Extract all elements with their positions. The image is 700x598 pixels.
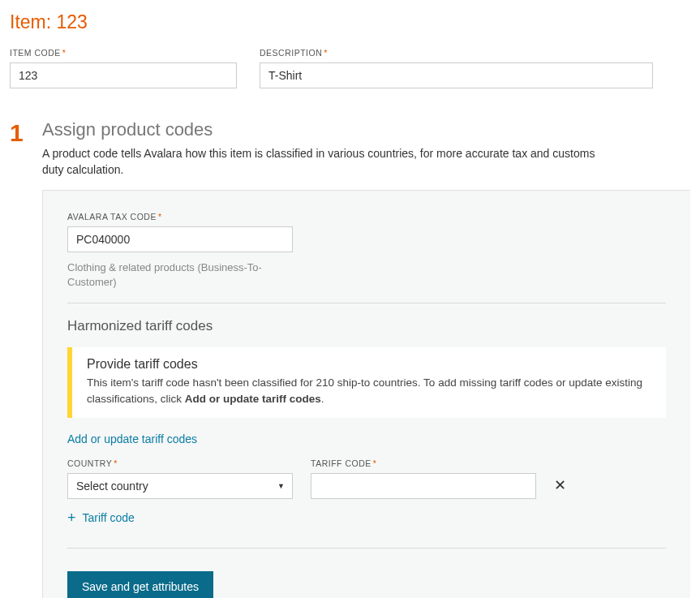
add-update-tariff-link[interactable]: Add or update tariff codes	[67, 432, 197, 445]
tariff-row: COUNTRY* Select country ▼ TARI	[67, 458, 666, 499]
product-codes-panel: AVALARA TAX CODE* Clothing & related pro…	[42, 190, 690, 598]
avalara-tax-code-label: AVALARA TAX CODE*	[67, 212, 293, 222]
required-asterisk: *	[62, 48, 67, 58]
step-1-row: 1 Assign product codes A product code te…	[10, 119, 690, 598]
step-body: Assign product codes A product code tell…	[42, 119, 690, 598]
item-code-field-wrapper: ITEM CODE*	[10, 48, 237, 88]
required-asterisk: *	[158, 212, 162, 222]
country-label: COUNTRY*	[67, 458, 293, 468]
page-title: Item: 123	[10, 11, 690, 33]
add-tariff-row-label: Tariff code	[83, 511, 135, 524]
alert-body-prefix: This item's tariff code hasn't been clas…	[87, 376, 642, 405]
country-field: COUNTRY* Select country ▼	[67, 458, 293, 499]
required-asterisk: *	[114, 458, 118, 468]
country-select-wrap: Select country ▼	[67, 473, 293, 499]
alert-body-strong: Add or update tariff codes	[185, 393, 321, 405]
plus-icon: +	[67, 510, 76, 525]
save-button[interactable]: Save and get attributes	[67, 571, 213, 598]
section-divider	[67, 548, 666, 549]
avalara-tax-code-field: AVALARA TAX CODE*	[67, 212, 293, 252]
step-number: 1	[10, 119, 42, 145]
country-select[interactable]: Select country	[67, 473, 293, 499]
harmonized-heading: Harmonized tariff codes	[67, 318, 666, 334]
item-code-label: ITEM CODE*	[10, 48, 237, 58]
item-code-input[interactable]	[10, 62, 237, 88]
description-label-text: DESCRIPTION	[260, 48, 322, 58]
step-heading: Assign product codes	[42, 119, 690, 140]
description-input[interactable]	[260, 62, 653, 88]
tariff-code-field: TARIFF CODE*	[311, 458, 536, 499]
tariff-code-label: TARIFF CODE*	[311, 458, 536, 468]
required-asterisk: *	[373, 458, 377, 468]
tariff-alert-title: Provide tariff codes	[87, 357, 651, 372]
item-code-label-text: ITEM CODE	[10, 48, 61, 58]
section-divider	[67, 303, 666, 303]
tariff-alert-body: This item's tariff code hasn't been clas…	[87, 375, 651, 407]
top-fields-row: ITEM CODE* DESCRIPTION*	[10, 48, 690, 88]
avalara-tax-code-input[interactable]	[67, 226, 293, 252]
tariff-code-label-text: TARIFF CODE	[311, 458, 371, 468]
avalara-tax-code-description: Clothing & related products (Business-To…	[67, 260, 262, 290]
avalara-tax-code-label-text: AVALARA TAX CODE	[67, 212, 157, 222]
country-label-text: COUNTRY	[67, 458, 112, 468]
description-label: DESCRIPTION*	[260, 48, 653, 58]
remove-row-icon[interactable]: ✕	[554, 476, 566, 499]
tariff-code-input[interactable]	[311, 473, 536, 499]
step-description: A product code tells Avalara how this it…	[42, 145, 610, 179]
alert-body-suffix: .	[321, 393, 324, 405]
required-asterisk: *	[324, 48, 328, 58]
description-field-wrapper: DESCRIPTION*	[260, 48, 653, 88]
tariff-alert: Provide tariff codes This item's tariff …	[67, 347, 666, 418]
add-tariff-row-link[interactable]: + Tariff code	[67, 510, 135, 525]
